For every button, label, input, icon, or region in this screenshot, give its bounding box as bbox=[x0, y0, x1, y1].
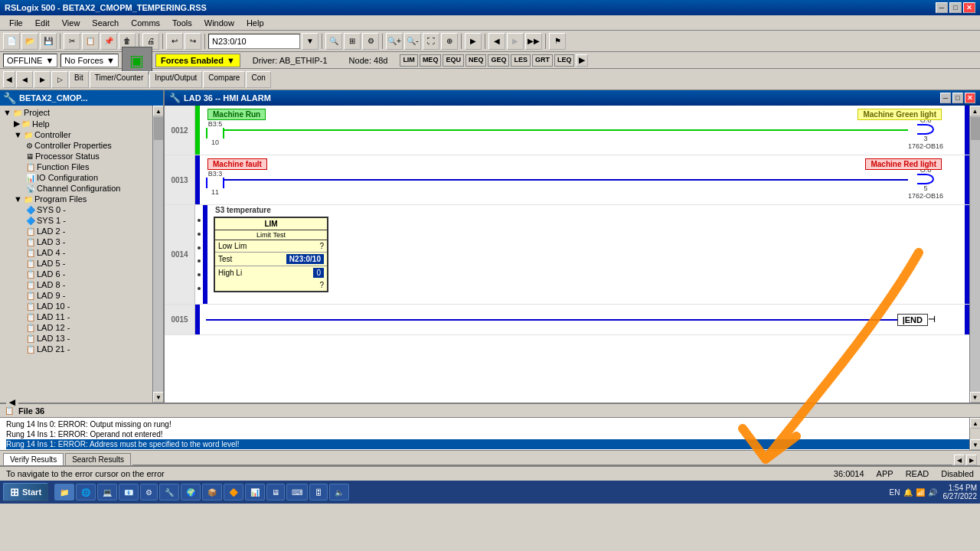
tree-lad6[interactable]: 📋 LAD 6 - bbox=[2, 269, 151, 279]
cut-btn[interactable]: ✂ bbox=[64, 33, 80, 50]
fwd-btn[interactable]: ▶ bbox=[507, 33, 524, 50]
tree-lad11[interactable]: 📋 LAD 11 - bbox=[2, 311, 151, 322]
menu-file[interactable]: File bbox=[3, 17, 29, 29]
minimize-btn[interactable]: ─ bbox=[936, 2, 948, 13]
tree-lad4[interactable]: 📋 LAD 4 - bbox=[2, 247, 151, 258]
error-scrollbar[interactable]: ▲ ▼ bbox=[969, 418, 980, 450]
redo-btn[interactable]: ↪ bbox=[185, 33, 201, 50]
tree-lad8[interactable]: 📋 LAD 8 - bbox=[2, 279, 151, 290]
tree-lad5[interactable]: 📋 LAD 5 - bbox=[2, 258, 151, 269]
tree-program-files[interactable]: ▼ 📁 Program Files bbox=[2, 194, 151, 204]
menu-view[interactable]: View bbox=[56, 17, 87, 29]
lt-bit-tab[interactable]: Bit bbox=[69, 71, 89, 88]
xref-btn[interactable]: ⊞ bbox=[344, 33, 361, 50]
tree-sys0[interactable]: 🔷 SYS 0 - bbox=[2, 204, 151, 215]
lt-timer-tab[interactable]: Timer/Counter bbox=[90, 71, 149, 88]
scroll-down-btn[interactable]: ▼ bbox=[153, 392, 163, 403]
tree-lad10[interactable]: 📋 LAD 10 - bbox=[2, 301, 151, 311]
next-btn[interactable]: ▶▶ bbox=[525, 33, 542, 50]
menu-comms[interactable]: Comms bbox=[125, 17, 166, 29]
fit-btn[interactable]: ⛶ bbox=[423, 33, 439, 50]
sv-up[interactable]: ▲ bbox=[970, 106, 981, 116]
err-sv-down[interactable]: ▼ bbox=[970, 439, 980, 450]
taskbar-app-13[interactable]: 🔈 bbox=[329, 484, 349, 500]
tree-lad21[interactable]: 📋 LAD 21 - bbox=[2, 344, 151, 354]
save-btn[interactable]: 💾 bbox=[40, 33, 57, 50]
error-panel-toggle[interactable]: ◀ bbox=[6, 398, 18, 406]
menu-help[interactable]: Help bbox=[240, 17, 270, 29]
close-btn[interactable]: ✕ bbox=[963, 2, 975, 13]
tree-lad9[interactable]: 📋 LAD 9 - bbox=[2, 290, 151, 301]
lt-io-tab[interactable]: Input/Output bbox=[149, 71, 202, 88]
tree-lad13[interactable]: 📋 LAD 13 - bbox=[2, 333, 151, 344]
left-scrollbar[interactable]: ▲ ▼ bbox=[152, 106, 163, 403]
taskbar-app-2[interactable]: 💻 bbox=[97, 484, 117, 500]
zoom-out-btn[interactable]: 🔍- bbox=[404, 33, 421, 50]
tree-lad3[interactable]: 📋 LAD 3 - bbox=[2, 236, 151, 247]
expand-btn[interactable]: ▶ bbox=[576, 54, 588, 67]
taskbar-app-4[interactable]: ⚙ bbox=[140, 484, 158, 500]
menu-tools[interactable]: Tools bbox=[166, 17, 198, 29]
lt-compare-tab[interactable]: Compare bbox=[203, 71, 245, 88]
err-sv-up[interactable]: ▲ bbox=[970, 418, 980, 429]
taskbar-app-8[interactable]: 🔶 bbox=[224, 484, 243, 500]
lt-left-btn[interactable]: ◀ bbox=[3, 71, 15, 88]
taskbar-app-6[interactable]: 🌍 bbox=[181, 484, 201, 500]
open-btn[interactable]: 📂 bbox=[21, 33, 38, 50]
tree-func-files[interactable]: 📋 Function Files bbox=[2, 161, 151, 172]
tree-lad2[interactable]: 📋 LAD 2 - bbox=[2, 226, 151, 236]
inner-close-btn[interactable]: ✕ bbox=[965, 93, 975, 103]
inner-restore-btn[interactable]: □ bbox=[952, 93, 963, 103]
menu-search[interactable]: Search bbox=[86, 17, 125, 29]
taskbar-app-0[interactable]: 📁 bbox=[54, 484, 74, 500]
tree-lad12[interactable]: 📋 LAD 12 - bbox=[2, 322, 151, 333]
err-h-left[interactable]: ◀ bbox=[954, 455, 965, 465]
address-box[interactable]: N23:0/10 bbox=[208, 34, 300, 49]
address-dropdown[interactable]: ▼ bbox=[302, 33, 318, 50]
lt-play[interactable]: ▷ bbox=[51, 71, 68, 88]
tree-project[interactable]: ▼ 📁 Project bbox=[2, 107, 151, 118]
taskbar-app-1[interactable]: 🌐 bbox=[76, 484, 96, 500]
taskbar-app-5[interactable]: 🔧 bbox=[159, 484, 179, 500]
copy-btn[interactable]: 📋 bbox=[82, 33, 99, 50]
error-line-0[interactable]: Rung 14 Ins 0: ERROR: Output missing on … bbox=[6, 419, 974, 429]
tab-search-results[interactable]: Search Results bbox=[65, 453, 131, 465]
lt-con-tab[interactable]: Con bbox=[246, 71, 270, 88]
sv-down[interactable]: ▼ bbox=[970, 392, 981, 403]
tree-controller[interactable]: ▼ 📁 Controller bbox=[2, 129, 151, 140]
ladder-scrollbar[interactable]: ▲ ▼ bbox=[969, 106, 980, 403]
tree-channel-config[interactable]: 📡 Channel Configuration bbox=[2, 183, 151, 194]
tree-proc-status[interactable]: 🖥 Processor Status bbox=[2, 151, 151, 161]
menu-edit[interactable]: Edit bbox=[29, 17, 56, 29]
inner-min-btn[interactable]: ─ bbox=[940, 93, 951, 103]
taskbar-app-3[interactable]: 📧 bbox=[119, 484, 139, 500]
paste-btn[interactable]: 📌 bbox=[100, 33, 117, 50]
scroll-up-btn[interactable]: ▲ bbox=[153, 106, 163, 116]
ladder-scroll[interactable]: 0012 Machine Run B3:5 10 bbox=[165, 106, 969, 403]
tab-verify-results[interactable]: Verify Results bbox=[3, 453, 64, 465]
scroll-track[interactable] bbox=[153, 116, 163, 392]
lt-fwd[interactable]: ▶ bbox=[34, 71, 51, 88]
sv-track[interactable] bbox=[970, 116, 981, 392]
taskbar-app-10[interactable]: 🖥 bbox=[266, 484, 285, 500]
menu-window[interactable]: Window bbox=[198, 17, 240, 29]
taskbar-app-9[interactable]: 📊 bbox=[245, 484, 265, 500]
sv-thumb[interactable] bbox=[971, 117, 980, 140]
undo-btn[interactable]: ↩ bbox=[166, 33, 183, 50]
prop-btn[interactable]: ⚙ bbox=[362, 33, 379, 50]
nav-btn[interactable]: ⚑ bbox=[549, 33, 566, 50]
tree-sys1[interactable]: 🔷 SYS 1 - bbox=[2, 215, 151, 226]
online-btn[interactable]: ⊕ bbox=[441, 33, 458, 50]
goto-btn[interactable]: 🔍 bbox=[325, 33, 342, 50]
restore-btn[interactable]: □ bbox=[949, 2, 962, 13]
mode-dropdown[interactable]: OFFLINE ▼ bbox=[3, 54, 57, 67]
zoom-in-btn[interactable]: 🔍+ bbox=[386, 33, 403, 50]
taskbar-app-7[interactable]: 📦 bbox=[202, 484, 222, 500]
new-btn[interactable]: 📄 bbox=[3, 33, 20, 50]
taskbar-app-11[interactable]: ⌨ bbox=[286, 484, 308, 500]
prev-btn[interactable]: ◀ bbox=[488, 33, 505, 50]
error-line-1[interactable]: Rung 14 Ins 1: ERROR: Operand not entere… bbox=[6, 429, 974, 439]
tree-io-config[interactable]: 📊 IO Configuration bbox=[2, 172, 151, 183]
scroll-thumb[interactable] bbox=[154, 117, 163, 140]
tree-ctrl-props[interactable]: ⚙ Controller Properties bbox=[2, 140, 151, 151]
